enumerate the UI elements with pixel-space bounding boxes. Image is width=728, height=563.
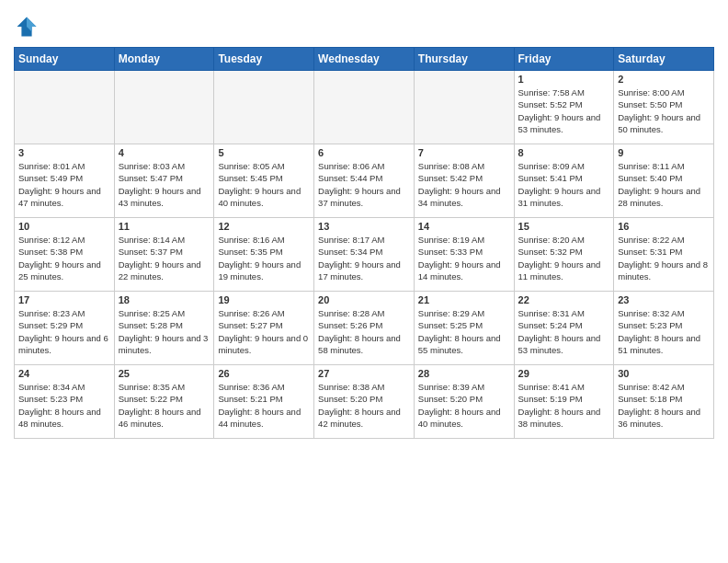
calendar-cell: 7Sunrise: 8:08 AM Sunset: 5:42 PM Daylig…: [414, 144, 514, 218]
day-number: 6: [318, 147, 410, 158]
day-info: Sunrise: 8:31 AM Sunset: 5:24 PM Dayligh…: [518, 307, 610, 356]
day-info: Sunrise: 8:39 AM Sunset: 5:20 PM Dayligh…: [418, 381, 510, 430]
calendar-cell: [15, 71, 115, 144]
day-header-sunday: Sunday: [15, 48, 115, 71]
day-info: Sunrise: 8:22 AM Sunset: 5:31 PM Dayligh…: [618, 234, 710, 282]
calendar-cell: 12Sunrise: 8:16 AM Sunset: 5:35 PM Dayli…: [214, 218, 314, 292]
page-container: SundayMondayTuesdayWednesdayThursdayFrid…: [0, 0, 728, 448]
day-info: Sunrise: 8:42 AM Sunset: 5:18 PM Dayligh…: [618, 381, 710, 430]
calendar-cell: 1Sunrise: 7:58 AM Sunset: 5:52 PM Daylig…: [514, 71, 614, 144]
calendar-cell: 14Sunrise: 8:19 AM Sunset: 5:33 PM Dayli…: [414, 218, 514, 292]
day-info: Sunrise: 8:12 AM Sunset: 5:38 PM Dayligh…: [18, 234, 110, 282]
calendar-cell: 29Sunrise: 8:41 AM Sunset: 5:19 PM Dayli…: [514, 365, 614, 439]
day-header-monday: Monday: [114, 48, 214, 71]
day-number: 24: [18, 368, 110, 379]
calendar-cell: 24Sunrise: 8:34 AM Sunset: 5:23 PM Dayli…: [15, 365, 115, 439]
calendar-cell: 26Sunrise: 8:36 AM Sunset: 5:21 PM Dayli…: [214, 365, 314, 439]
day-number: 18: [119, 294, 210, 305]
calendar-cell: 16Sunrise: 8:22 AM Sunset: 5:31 PM Dayli…: [614, 218, 714, 292]
day-info: Sunrise: 8:01 AM Sunset: 5:49 PM Dayligh…: [18, 160, 110, 209]
day-number: 9: [618, 147, 710, 158]
calendar-week-1: 1Sunrise: 7:58 AM Sunset: 5:52 PM Daylig…: [15, 71, 714, 144]
day-info: Sunrise: 8:08 AM Sunset: 5:42 PM Dayligh…: [418, 160, 510, 209]
day-info: Sunrise: 8:25 AM Sunset: 5:28 PM Dayligh…: [119, 307, 210, 356]
day-info: Sunrise: 8:11 AM Sunset: 5:40 PM Dayligh…: [618, 160, 710, 209]
day-number: 19: [218, 294, 310, 305]
calendar-cell: 17Sunrise: 8:23 AM Sunset: 5:29 PM Dayli…: [15, 292, 115, 365]
day-number: 10: [18, 221, 110, 232]
day-number: 1: [518, 74, 610, 85]
calendar-cell: [114, 71, 214, 144]
day-info: Sunrise: 8:16 AM Sunset: 5:35 PM Dayligh…: [218, 234, 310, 282]
day-number: 16: [618, 221, 710, 232]
day-number: 2: [618, 74, 710, 85]
calendar-cell: 8Sunrise: 8:09 AM Sunset: 5:41 PM Daylig…: [514, 144, 614, 218]
day-info: Sunrise: 8:19 AM Sunset: 5:33 PM Dayligh…: [418, 234, 510, 282]
day-info: Sunrise: 7:58 AM Sunset: 5:52 PM Dayligh…: [518, 86, 610, 135]
day-info: Sunrise: 8:17 AM Sunset: 5:34 PM Dayligh…: [318, 234, 410, 282]
calendar-cell: 3Sunrise: 8:01 AM Sunset: 5:49 PM Daylig…: [15, 144, 115, 218]
calendar-cell: 21Sunrise: 8:29 AM Sunset: 5:25 PM Dayli…: [414, 292, 514, 365]
header: [14, 9, 714, 40]
calendar-cell: 19Sunrise: 8:26 AM Sunset: 5:27 PM Dayli…: [214, 292, 314, 365]
calendar-cell: 9Sunrise: 8:11 AM Sunset: 5:40 PM Daylig…: [614, 144, 714, 218]
calendar-cell: 5Sunrise: 8:05 AM Sunset: 5:45 PM Daylig…: [214, 144, 314, 218]
calendar-cell: [414, 71, 514, 144]
day-number: 21: [418, 294, 510, 305]
day-number: 14: [418, 221, 510, 232]
calendar-cell: 18Sunrise: 8:25 AM Sunset: 5:28 PM Dayli…: [114, 292, 214, 365]
day-number: 17: [18, 294, 110, 305]
day-info: Sunrise: 8:14 AM Sunset: 5:37 PM Dayligh…: [119, 234, 210, 282]
day-number: 26: [218, 368, 310, 379]
day-number: 7: [418, 147, 510, 158]
day-number: 29: [518, 368, 610, 379]
calendar-cell: [314, 71, 415, 144]
day-header-tuesday: Tuesday: [214, 48, 314, 71]
calendar-cell: 4Sunrise: 8:03 AM Sunset: 5:47 PM Daylig…: [114, 144, 214, 218]
day-number: 15: [518, 221, 610, 232]
day-number: 12: [218, 221, 310, 232]
day-info: Sunrise: 8:38 AM Sunset: 5:20 PM Dayligh…: [318, 381, 410, 430]
day-info: Sunrise: 8:34 AM Sunset: 5:23 PM Dayligh…: [18, 381, 110, 430]
day-info: Sunrise: 8:36 AM Sunset: 5:21 PM Dayligh…: [218, 381, 310, 430]
day-number: 4: [119, 147, 210, 158]
day-info: Sunrise: 8:26 AM Sunset: 5:27 PM Dayligh…: [218, 307, 310, 356]
day-info: Sunrise: 8:06 AM Sunset: 5:44 PM Dayligh…: [318, 160, 410, 209]
logo: [14, 14, 41, 40]
day-number: 20: [318, 294, 410, 305]
calendar-header-row: SundayMondayTuesdayWednesdayThursdayFrid…: [15, 48, 714, 71]
calendar-cell: 6Sunrise: 8:06 AM Sunset: 5:44 PM Daylig…: [314, 144, 415, 218]
day-number: 30: [618, 368, 710, 379]
day-number: 5: [218, 147, 310, 158]
day-number: 28: [418, 368, 510, 379]
day-header-thursday: Thursday: [414, 48, 514, 71]
calendar-week-4: 17Sunrise: 8:23 AM Sunset: 5:29 PM Dayli…: [15, 292, 714, 365]
calendar-cell: 25Sunrise: 8:35 AM Sunset: 5:22 PM Dayli…: [114, 365, 214, 439]
calendar-cell: 27Sunrise: 8:38 AM Sunset: 5:20 PM Dayli…: [314, 365, 415, 439]
calendar-cell: [214, 71, 314, 144]
day-number: 13: [318, 221, 410, 232]
calendar-cell: 15Sunrise: 8:20 AM Sunset: 5:32 PM Dayli…: [514, 218, 614, 292]
day-info: Sunrise: 8:32 AM Sunset: 5:23 PM Dayligh…: [618, 307, 710, 356]
day-info: Sunrise: 8:05 AM Sunset: 5:45 PM Dayligh…: [218, 160, 310, 209]
day-info: Sunrise: 8:35 AM Sunset: 5:22 PM Dayligh…: [119, 381, 210, 430]
day-info: Sunrise: 8:00 AM Sunset: 5:50 PM Dayligh…: [618, 86, 710, 135]
calendar-cell: 10Sunrise: 8:12 AM Sunset: 5:38 PM Dayli…: [15, 218, 115, 292]
day-number: 3: [18, 147, 110, 158]
day-header-saturday: Saturday: [614, 48, 714, 71]
day-number: 8: [518, 147, 610, 158]
calendar-cell: 20Sunrise: 8:28 AM Sunset: 5:26 PM Dayli…: [314, 292, 415, 365]
day-number: 22: [518, 294, 610, 305]
calendar-cell: 23Sunrise: 8:32 AM Sunset: 5:23 PM Dayli…: [614, 292, 714, 365]
day-header-wednesday: Wednesday: [314, 48, 415, 71]
day-info: Sunrise: 8:29 AM Sunset: 5:25 PM Dayligh…: [418, 307, 510, 356]
calendar-cell: 30Sunrise: 8:42 AM Sunset: 5:18 PM Dayli…: [614, 365, 714, 439]
calendar-cell: 11Sunrise: 8:14 AM Sunset: 5:37 PM Dayli…: [114, 218, 214, 292]
calendar-week-3: 10Sunrise: 8:12 AM Sunset: 5:38 PM Dayli…: [15, 218, 714, 292]
day-header-friday: Friday: [514, 48, 614, 71]
day-number: 27: [318, 368, 410, 379]
calendar-week-5: 24Sunrise: 8:34 AM Sunset: 5:23 PM Dayli…: [15, 365, 714, 439]
day-info: Sunrise: 8:20 AM Sunset: 5:32 PM Dayligh…: [518, 234, 610, 282]
logo-icon: [14, 14, 40, 40]
day-info: Sunrise: 8:41 AM Sunset: 5:19 PM Dayligh…: [518, 381, 610, 430]
